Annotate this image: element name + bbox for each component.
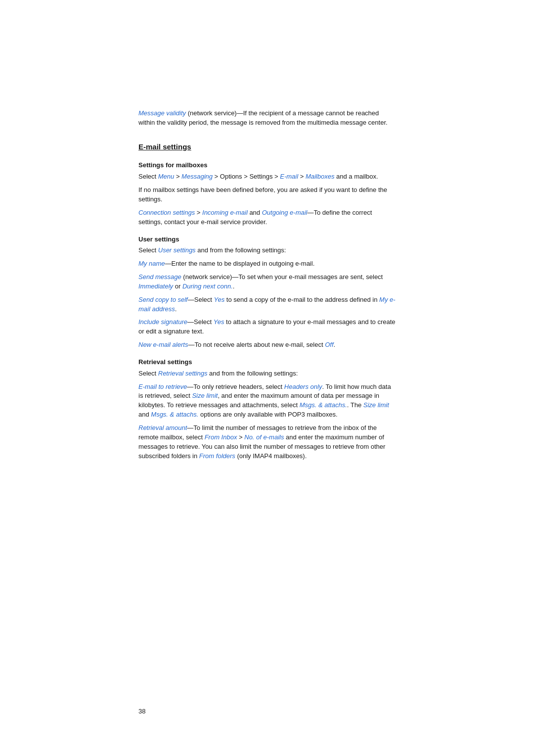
during-next-conn-link[interactable]: During next conn.	[182, 283, 233, 290]
new-email-alerts-para: New e-mail alerts—To not receive alerts …	[138, 340, 396, 350]
connection-settings-link[interactable]: Connection settings	[138, 209, 195, 216]
email-to-retrieve-para: E-mail to retrieve—To only retrieve head…	[138, 382, 396, 420]
message-validity-link[interactable]: Message validity	[138, 109, 186, 117]
size-limit-link-1[interactable]: Size limit	[192, 392, 218, 399]
retrieval-settings-link[interactable]: Retrieval settings	[158, 370, 208, 377]
from-folders-link[interactable]: From folders	[199, 452, 235, 460]
my-name-para: My name—Enter the name to be displayed i…	[138, 259, 396, 269]
mailboxes-link[interactable]: Mailboxes	[306, 173, 335, 180]
incoming-email-link[interactable]: Incoming e-mail	[202, 209, 248, 216]
include-signature-link[interactable]: Include signature	[138, 318, 187, 326]
msgs-attachs-link-1[interactable]: Msgs. & attachs.	[300, 401, 347, 409]
headers-only-link[interactable]: Headers only	[284, 383, 322, 390]
off-link[interactable]: Off	[325, 341, 333, 348]
yes-link-1[interactable]: Yes	[214, 296, 224, 303]
immediately-link[interactable]: Immediately	[138, 283, 173, 290]
user-settings-para1: Select User settings and from the follow…	[138, 246, 396, 255]
send-message-link[interactable]: Send message	[138, 273, 181, 281]
msgs-attachs-link-2[interactable]: Msgs. & attachs.	[151, 411, 198, 418]
email-to-retrieve-link[interactable]: E-mail to retrieve	[138, 383, 187, 390]
mailboxes-para2: If no mailbox settings have been defined…	[138, 186, 396, 204]
retrieval-amount-para: Retrieval amount—To limit the number of …	[138, 424, 396, 461]
section-heading: E-mail settings	[138, 142, 396, 152]
page: Message validity (network service)—If th…	[0, 0, 534, 756]
size-limit-link-2[interactable]: Size limit	[363, 401, 389, 409]
intro-paragraph: Message validity (network service)—If th…	[138, 109, 396, 128]
yes-link-2[interactable]: Yes	[214, 318, 224, 326]
page-number: 38	[138, 707, 145, 716]
messaging-link[interactable]: Messaging	[181, 173, 213, 180]
my-name-link[interactable]: My name	[138, 260, 165, 267]
new-email-alerts-link[interactable]: New e-mail alerts	[138, 341, 188, 348]
email-link[interactable]: E-mail	[280, 173, 298, 180]
include-signature-para: Include signature—Select Yes to attach a…	[138, 318, 396, 336]
user-settings-heading: User settings	[138, 235, 396, 244]
user-settings-link[interactable]: User settings	[158, 246, 196, 254]
from-inbox-link[interactable]: From Inbox	[205, 433, 237, 441]
send-copy-para: Send copy to self—Select Yes to send a c…	[138, 295, 396, 314]
send-message-para: Send message (network service)—To set wh…	[138, 273, 396, 291]
no-of-emails-link[interactable]: No. of e-mails	[244, 433, 284, 441]
retrieval-amount-link[interactable]: Retrieval amount	[138, 424, 187, 431]
mailboxes-para3: Connection settings > Incoming e-mail an…	[138, 208, 396, 227]
retrieval-para1: Select Retrieval settings and from the f…	[138, 369, 396, 378]
mailboxes-heading: Settings for mailboxes	[138, 161, 396, 170]
mailboxes-para1: Select Menu > Messaging > Options > Sett…	[138, 172, 396, 182]
menu-link[interactable]: Menu	[158, 173, 175, 180]
outgoing-email-link[interactable]: Outgoing e-mail	[262, 209, 308, 216]
send-copy-to-self-link[interactable]: Send copy to self	[138, 296, 188, 303]
retrieval-settings-heading: Retrieval settings	[138, 358, 396, 367]
